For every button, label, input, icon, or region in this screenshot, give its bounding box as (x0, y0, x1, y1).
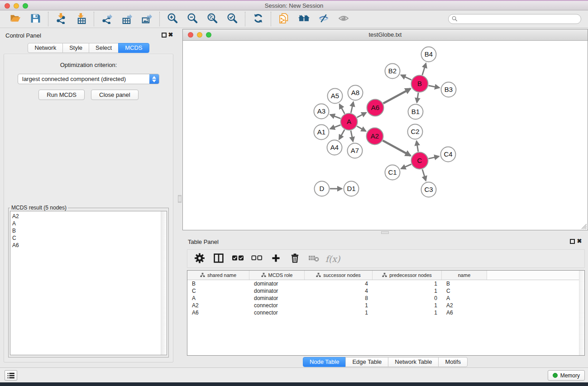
cell-shared-name[interactable]: C (187, 287, 249, 295)
column-header-shared-name[interactable]: shared name (187, 271, 249, 280)
cell-MCDS-role[interactable]: connector (249, 302, 305, 309)
mcds-result-item[interactable]: C (12, 234, 167, 242)
zoom-window-button[interactable] (23, 3, 28, 9)
columns-button[interactable] (213, 252, 225, 266)
column-header-predecessor-nodes[interactable]: predecessor nodes (373, 271, 442, 280)
node-A6[interactable]: A6 (367, 100, 384, 116)
node-A2[interactable]: A2 (367, 128, 383, 145)
cell-successor-nodes[interactable]: 4 (305, 280, 373, 287)
cell-name[interactable]: A2 (442, 302, 487, 309)
tab-network-table[interactable]: Network Table (388, 357, 439, 367)
cell-shared-name[interactable]: A2 (187, 302, 249, 309)
node-A7[interactable]: A7 (348, 143, 363, 158)
trash-button[interactable] (289, 252, 301, 266)
node-A3[interactable]: A3 (314, 104, 329, 119)
search-input[interactable] (448, 14, 581, 24)
node-C[interactable]: C (411, 152, 428, 169)
float-table-panel-icon[interactable] (570, 239, 575, 244)
close-window-button[interactable] (5, 3, 10, 9)
mcds-result-item[interactable]: A6 (12, 242, 167, 249)
edge-A-A8[interactable] (351, 102, 353, 113)
add-button[interactable] (270, 252, 282, 266)
tab-style[interactable]: Style (62, 43, 89, 53)
eye-button[interactable] (335, 12, 352, 26)
edge-B-B4[interactable] (422, 63, 426, 75)
network-canvas[interactable]: B4B2BB3A8A5A6A3B1AC2A1A2A4A7C4CC1DD1C3 (183, 41, 588, 230)
node-B1[interactable]: B1 (408, 105, 423, 119)
tab-mcds[interactable]: MCDS (118, 43, 149, 53)
edge-B-B3[interactable] (429, 86, 440, 88)
cell-shared-name[interactable]: A (187, 295, 249, 302)
cell-name[interactable]: B (442, 280, 487, 287)
edge-C-C4[interactable] (429, 157, 439, 159)
column-header-successor-nodes[interactable]: successor nodes (305, 271, 373, 280)
edge-A6-B[interactable] (383, 89, 411, 104)
task-history-button[interactable] (5, 370, 17, 381)
tab-network[interactable]: Network (28, 43, 63, 53)
cell-name[interactable]: A6 (442, 309, 487, 316)
cell-shared-name[interactable]: B (187, 280, 249, 287)
node-B2[interactable]: B2 (385, 64, 400, 79)
close-panel-button[interactable]: Close panel (91, 90, 139, 100)
edge-A-A7[interactable] (351, 131, 353, 142)
cell-successor-nodes[interactable]: 4 (305, 287, 373, 295)
list-scrollbar[interactable] (161, 211, 167, 355)
cell-predecessor-nodes[interactable]: 1 (373, 302, 442, 309)
close-table-panel-icon[interactable]: ✖ (576, 238, 583, 245)
edge-A-A5[interactable] (339, 104, 344, 114)
node-A5[interactable]: A5 (328, 89, 343, 104)
open-folder-button[interactable] (7, 12, 24, 26)
edge-A-A3[interactable] (330, 114, 341, 119)
save-button[interactable] (27, 12, 44, 26)
edge-C-C3[interactable] (422, 169, 426, 181)
vertical-divider-grip[interactable] (178, 195, 182, 203)
run-mcds-button[interactable]: Run MCDS (38, 90, 85, 100)
node-B4[interactable]: B4 (421, 47, 436, 62)
cell-predecessor-nodes[interactable]: 1 (373, 309, 442, 316)
table-row[interactable]: A6connector11A6 (187, 309, 584, 316)
edge-B-B1[interactable] (417, 93, 418, 102)
mcds-result-item[interactable]: A2 (12, 213, 167, 220)
cell-successor-nodes[interactable]: 1 (305, 302, 373, 309)
select-all-button[interactable] (232, 252, 244, 266)
node-B3[interactable]: B3 (441, 82, 456, 97)
table-row[interactable]: Bdominator41B (187, 280, 584, 287)
mcds-result-item[interactable]: B (12, 227, 167, 234)
node-A1[interactable]: A1 (314, 125, 329, 140)
float-panel-icon[interactable] (162, 33, 167, 38)
node-C3[interactable]: C3 (421, 182, 436, 197)
network-window-titlebar[interactable]: testGlobe.txt (183, 29, 588, 41)
cell-name[interactable]: C (442, 287, 487, 295)
cell-MCDS-role[interactable]: dominator (249, 295, 305, 302)
double-house-button[interactable] (295, 12, 312, 26)
tab-motifs[interactable]: Motifs (438, 357, 468, 367)
cell-predecessor-nodes[interactable]: 0 (373, 295, 442, 302)
node-C1[interactable]: C1 (385, 165, 400, 180)
network-close-button[interactable] (188, 32, 193, 38)
mcds-result-list[interactable]: A2ABCA6 (10, 211, 167, 355)
tab-edge-table[interactable]: Edge Table (345, 357, 388, 367)
node-D1[interactable]: D1 (344, 181, 359, 196)
cell-predecessor-nodes[interactable]: 1 (373, 287, 442, 295)
edge-A-A2[interactable] (357, 126, 366, 131)
network-minimize-button[interactable] (197, 32, 202, 38)
node-B[interactable]: B (411, 76, 428, 92)
zoom-selected-button[interactable] (224, 12, 241, 26)
cell-MCDS-role[interactable]: connector (249, 309, 305, 316)
zoom-in-button[interactable] (164, 12, 181, 26)
node-A8[interactable]: A8 (348, 86, 363, 100)
export-image-button[interactable] (138, 12, 155, 26)
column-header-MCDS-role[interactable]: MCDS role (249, 271, 305, 280)
zoom-out-button[interactable] (184, 12, 201, 26)
horizontal-divider-grip[interactable] (381, 231, 389, 234)
cell-MCDS-role[interactable]: dominator (249, 280, 305, 287)
mcds-result-item[interactable]: A (12, 220, 167, 227)
table-scrollbar[interactable] (579, 271, 584, 355)
edge-A-A6[interactable] (357, 113, 366, 118)
import-network-button[interactable] (53, 12, 70, 26)
cell-name[interactable]: A (442, 295, 487, 302)
network-graph[interactable]: B4B2BB3A8A5A6A3B1AC2A1A2A4A7C4CC1DD1C3 (183, 41, 588, 230)
cell-predecessor-nodes[interactable]: 1 (373, 280, 442, 287)
table-row[interactable]: Adominator80A (187, 295, 584, 302)
cell-successor-nodes[interactable]: 8 (305, 295, 373, 302)
